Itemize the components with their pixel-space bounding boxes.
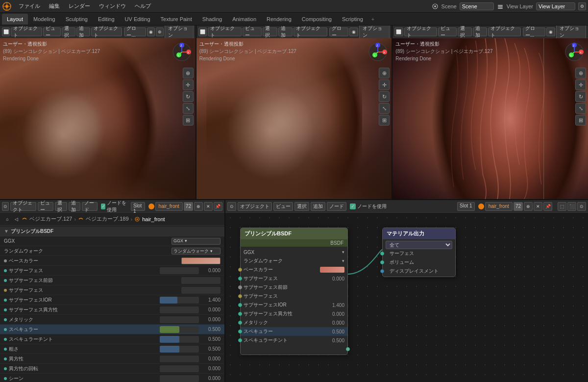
prop-subsurface-color-bar[interactable]: [181, 287, 220, 294]
vp3-transform-tool[interactable]: ⊞: [575, 115, 586, 126]
vp2-scale-tool[interactable]: ⤡: [379, 103, 390, 114]
viewport-1-canvas[interactable]: ユーザー・透視投影 (89) シーンコレクション | ベジエカーブ.127 Re…: [0, 38, 196, 199]
node-pin-icon[interactable]: 📌: [543, 202, 552, 211]
bsdf-row-metallic[interactable]: メタリック 0.000: [241, 318, 347, 327]
vp2-move-tool[interactable]: ✛: [379, 79, 390, 90]
vp2-rotate-tool[interactable]: ↻: [379, 91, 390, 102]
node-settings-icon[interactable]: ⊙: [577, 202, 586, 211]
vp1-scale-tool[interactable]: ⤡: [183, 103, 194, 114]
prop-aniso-rotation[interactable]: 異方性の回転 0.000: [0, 364, 224, 374]
menu-file[interactable]: ファイル: [15, 1, 44, 12]
bsdf-row-ggx[interactable]: GGX ▾: [241, 248, 347, 256]
breadcrumb-home-icon[interactable]: ⌂: [4, 216, 11, 223]
vp1-rotate-tool[interactable]: ↻: [183, 91, 194, 102]
vp1-object-button[interactable]: オブジェクト: [91, 27, 122, 36]
node-canvas[interactable]: プリンシブルBSDF BSDF GGX ▾ ランダムウォーク ▾: [225, 213, 588, 382]
prop-subsurface-bar[interactable]: [160, 267, 199, 274]
node-select-button[interactable]: 選択: [55, 202, 67, 211]
vp1-transform-tool[interactable]: ⊞: [183, 115, 194, 126]
node-editor-select-button[interactable]: 選択: [294, 202, 309, 211]
bsdf-section-header[interactable]: ▼ プリンシブルBSDF: [0, 227, 224, 236]
vp3-cursor-tool[interactable]: ⊕: [575, 68, 586, 78]
vp1-move-tool[interactable]: ✛: [183, 79, 194, 90]
vp3-overlay-icon[interactable]: ◉: [546, 27, 555, 36]
remove-material-icon[interactable]: ✕: [204, 202, 213, 211]
vp2-add-button[interactable]: 追加: [278, 27, 293, 36]
prop-ggx[interactable]: GGX GGX ▾: [0, 236, 224, 246]
breadcrumb-back-icon[interactable]: ◁: [13, 216, 20, 223]
vp1-select-button[interactable]: 選択: [62, 27, 75, 36]
node-editor-object-button[interactable]: オブジェクト: [238, 202, 272, 211]
tab-sculpting[interactable]: Sculpting: [61, 14, 93, 25]
prop-metallic-bar[interactable]: [160, 316, 199, 323]
matout-row-volume[interactable]: ボリューム: [383, 258, 455, 267]
viewport-3-canvas[interactable]: ユーザー・透視投影 (89) シーンコレクション | ベジエカーブ.127 Re…: [392, 38, 588, 199]
prop-basecolor-swatch[interactable]: [181, 257, 220, 264]
use-nodes-checkbox[interactable]: ✓: [101, 204, 105, 209]
prop-roughness[interactable]: 粗さ 0.500: [0, 344, 224, 354]
menu-help[interactable]: ヘルプ: [131, 1, 155, 12]
prop-subsurface-radius-bar[interactable]: [181, 277, 220, 284]
vp1-shading-button[interactable]: グロー...: [124, 27, 146, 36]
vp1-mode-icon[interactable]: ⬜: [2, 27, 10, 36]
tab-modeling[interactable]: Modeling: [28, 14, 60, 25]
prop-subsurface[interactable]: サブサーフェス 0.000: [0, 266, 224, 276]
scene-options-icon[interactable]: ⚙: [578, 2, 586, 10]
pin-material-icon[interactable]: 📌: [214, 202, 222, 211]
viewport-2-canvas[interactable]: ユーザー・透視投影 (89) シーンコレクション | ベジエカーブ.127 Re…: [196, 38, 392, 199]
slot-select[interactable]: Slot 1: [131, 202, 145, 211]
prop-aniso-rotation-bar[interactable]: [160, 365, 199, 372]
vp1-view-button[interactable]: ビュー: [43, 27, 61, 36]
prop-specular-tint[interactable]: スペキュラーチント 0.500: [0, 334, 224, 344]
breadcrumb-item-1[interactable]: ベジエカーブ.189: [86, 215, 128, 223]
node-object-button[interactable]: オブジェクト: [10, 202, 37, 211]
prop-metallic[interactable]: メタリック 0.000: [0, 315, 224, 325]
bsdf-row-subsurface[interactable]: サブサーフェス 0.000: [241, 274, 347, 283]
prop-anisotropic-bar[interactable]: [160, 356, 199, 362]
add-workspace-button[interactable]: +: [368, 15, 377, 24]
vp1-overlay-icon[interactable]: ⊕: [156, 27, 164, 36]
vp3-add-button[interactable]: 追加: [473, 27, 487, 36]
node-editor-node-button[interactable]: ノード: [327, 202, 346, 211]
prop-specular[interactable]: スペキュラー 0.500: [0, 325, 224, 334]
vp2-mode-icon[interactable]: ⬜: [198, 27, 207, 36]
node-add-button[interactable]: 追加: [69, 202, 81, 211]
prop-randomwalk[interactable]: ランダムウォーク ランダムウォーク ▾: [0, 246, 224, 256]
tab-shading[interactable]: Shading: [197, 14, 227, 25]
bsdf-row-specular[interactable]: スペキュラー 0.500: [241, 327, 347, 336]
prop-subsurface-radius[interactable]: サブサーフェス前節: [0, 276, 224, 285]
vp3-shading-button[interactable]: グロー...: [523, 27, 545, 36]
copy-material-icon[interactable]: ⊕: [194, 202, 203, 211]
bsdf-row-subsurface-radius[interactable]: サブサーフェス前節: [241, 283, 347, 292]
vp3-object-button[interactable]: オブジェクト: [488, 27, 521, 36]
prop-sheen[interactable]: シーン 0.000: [0, 374, 224, 382]
node-editor-view-button[interactable]: ビュー: [273, 202, 293, 211]
menu-window[interactable]: ウィンドウ: [95, 1, 130, 12]
vp2-gizmo[interactable]: X Y Z: [367, 41, 389, 63]
material-output-node[interactable]: マテリアル出力 全て サーフェス: [382, 228, 456, 277]
view-layer-name-input[interactable]: View Layer: [536, 2, 575, 10]
prop-sheen-bar[interactable]: [160, 375, 199, 382]
tab-texture-paint[interactable]: Texture Paint: [156, 14, 197, 25]
bsdf-node[interactable]: プリンシブルBSDF BSDF GGX ▾ ランダムウォーク ▾: [240, 228, 348, 355]
node-editor-add-button[interactable]: 追加: [311, 202, 325, 211]
prop-basecolor[interactable]: ベースカラー: [0, 256, 224, 266]
tab-editing[interactable]: Editing: [93, 14, 120, 25]
menu-render[interactable]: レンダー: [65, 1, 94, 12]
matout-row-displacement[interactable]: ディスプレイスメント: [383, 267, 455, 276]
scene-name-input[interactable]: Scene: [460, 2, 494, 10]
node-copy-icon[interactable]: ⊕: [524, 202, 533, 211]
vp2-shading-button[interactable]: グロー: [329, 27, 348, 36]
breadcrumb-item-2[interactable]: hair_front: [142, 216, 165, 222]
prop-randomwalk-select[interactable]: ランダムウォーク ▾: [172, 248, 220, 255]
vp2-mode-button[interactable]: オブジェクト: [208, 27, 242, 36]
bsdf-row-randomwalk[interactable]: ランダムウォーク ▾: [241, 256, 347, 265]
tab-uv-editing[interactable]: UV Editing: [120, 14, 155, 25]
vp3-rotate-tool[interactable]: ↻: [575, 91, 586, 102]
matout-row-surface[interactable]: サーフェス: [383, 249, 455, 258]
bsdf-row-subsurface-ior[interactable]: サブサーフェスIOR 1.400: [241, 301, 347, 309]
tab-animation[interactable]: Animation: [227, 14, 261, 25]
vp1-mode-button[interactable]: オブジェクト: [11, 27, 42, 36]
prop-subsurface-aniso[interactable]: サブサーフェス異方性 0.000: [0, 305, 224, 315]
vp3-gizmo[interactable]: X Y Z: [564, 41, 585, 63]
